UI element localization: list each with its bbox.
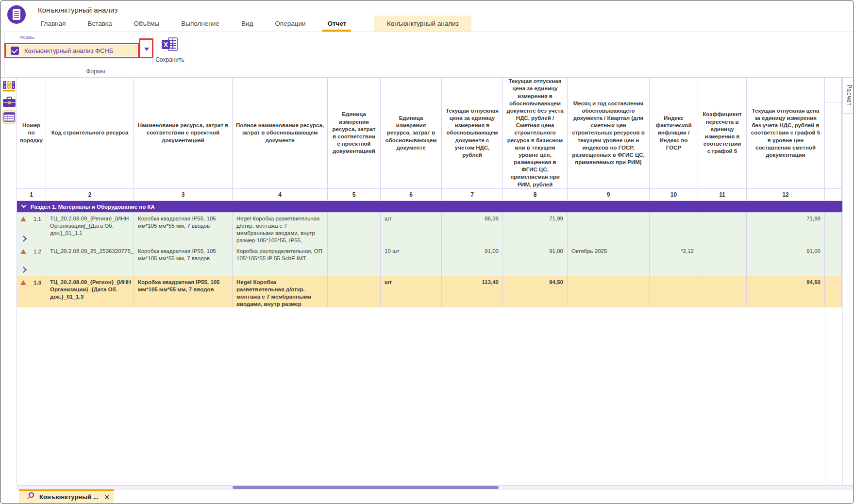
table-cell[interactable]: 86,39 [442,213,503,245]
table-cell[interactable]: *2,12 [650,245,698,276]
forms-select-value[interactable]: Конъюнктурный анализ ФСНБ [6,45,137,56]
table-cell[interactable] [650,276,698,307]
table-cell[interactable]: 71,99 [747,213,825,245]
column-number-6: 6 [381,189,442,201]
menu-item-5[interactable]: Операции [275,16,305,32]
tab-calculation[interactable]: Расчет [842,78,854,114]
document-tab[interactable]: Конъюнктурный ... × [19,489,114,503]
table-cell[interactable] [328,245,381,276]
row-number: 1.1 [33,216,41,223]
menu-item-report[interactable]: Отчет [327,16,346,32]
table-cell[interactable]: Hegel Коробка разветвительная д/откр. мо… [233,213,328,245]
table-row-1.2[interactable]: 1.2ТЦ_20.2.08.09_25_2536320775_22.10.202… [17,245,842,276]
warning-icon [20,280,26,285]
ribbon-menu: ГлавнаяВставкаОбъёмыВыполнениеВидОпераци… [41,16,471,32]
bottom-tab-bar: Конъюнктурный ... × [1,489,853,503]
column-number-10: 10 [650,189,698,201]
column-number-7: 7 [442,189,503,201]
page-title: Конъюнктурный анализ [38,6,117,14]
column-number-11: 11 [698,189,747,201]
table-cell[interactable]: ТЦ_20.2.08.09_25_2536320775_22.10.2025_0… [46,245,134,276]
table-cell[interactable]: Hegel Коробка разветвительная д/откр. мо… [233,276,328,307]
table-cell[interactable]: ТЦ_20.2.08.09_{Регион}_{ИНН Организации}… [46,213,134,245]
table-cell[interactable]: Коробка квадратная IP55, 105 мм*105 мм*5… [134,245,233,276]
excel-icon: X [161,37,179,54]
column-header-1: Номер по порядку [17,78,46,189]
chevron-down-icon [144,48,149,51]
horizontal-scrollbar[interactable] [17,485,854,489]
table-cell[interactable]: 91,00 [503,245,568,276]
binders-icon[interactable] [2,80,16,93]
column-number-extra [825,189,842,201]
table-cell[interactable]: 113,40 [442,276,503,307]
forms-checkbox-label[interactable]: Конъюнктурный анализ ФСНБ [24,47,113,54]
menu-item-1[interactable]: Вставка [87,16,112,32]
column-number-row: 123456789101112 [17,189,842,201]
column-number-8: 8 [503,189,568,201]
table-cell[interactable]: шт [381,276,442,307]
row-number: 1.2 [33,248,41,255]
table-cell-extra[interactable] [825,213,842,245]
table-cell[interactable]: 94,50 [503,276,568,307]
table-cell[interactable] [698,276,747,307]
column-header-7: Текущая отпускная цена за единицу измере… [442,78,503,189]
table-row-1.1[interactable]: 1.1ТЦ_20.2.08.09_{Регион}_{ИНН Организац… [17,213,842,245]
save-excel-button[interactable]: X Сохранить [155,37,184,67]
tab-conjuncture-analysis[interactable]: Конъюнктурный анализ [374,16,471,32]
magnifier-icon [27,492,35,502]
table-cell[interactable] [698,213,747,245]
briefcase-icon[interactable] [2,95,16,109]
table-cell[interactable] [698,245,747,276]
table-cell[interactable]: 91,00 [442,245,503,276]
forms-dropdown-button[interactable] [141,41,152,57]
table-cell[interactable]: Коробка квадратная IP55, 105 мм*105 мм*5… [134,213,233,245]
table-cell[interactable]: 10 шт [381,245,442,276]
warning-icon [20,217,26,221]
scrollbar-thumb[interactable] [233,486,499,489]
row-number-cell-1.3[interactable]: 1.3 [17,276,46,307]
menu-item-2[interactable]: Объёмы [134,16,160,32]
table-cell[interactable]: 91,00 [747,245,825,276]
table-row-1.3[interactable]: 1.3ТЦ_20.2.08.09_{Регион}_{ИНН Организац… [17,276,842,307]
table-cell[interactable]: Коробка распределительная, ОП 105*105*55… [233,245,328,276]
table-cell[interactable] [328,213,381,245]
table-cell[interactable] [568,276,650,307]
column-number-4: 4 [233,189,328,201]
table-cell[interactable]: 94,50 [747,276,825,307]
document-tab-label: Конъюнктурный ... [39,493,99,501]
table-cell-extra[interactable] [825,245,842,276]
column-number-1: 1 [17,189,46,201]
table-cell[interactable]: ТЦ_20.2.08.09_{Регион}_{ИНН Организации}… [46,276,134,307]
expand-chevron-icon[interactable] [20,235,27,242]
close-icon[interactable]: × [104,492,110,502]
table-cell[interactable]: шт [381,213,442,245]
row-number-cell-1.1[interactable]: 1.1 [17,213,46,245]
table-cell[interactable] [650,213,698,245]
table-cell[interactable]: 71,99 [503,213,568,245]
calculation-tab-label: Расчет [846,84,853,106]
menu-item-3[interactable]: Выполнение [181,16,219,32]
row-number-cell-1.2[interactable]: 1.2 [17,245,46,276]
table-cell-extra[interactable] [825,276,842,307]
table-cell[interactable] [328,276,381,307]
table-cell[interactable]: Октябрь 2025 [568,245,650,276]
grid-line [842,114,843,485]
row-number: 1.3 [33,279,41,286]
table-cell[interactable]: Коробка квадратная IP55, 105 мм*105 мм*5… [134,276,233,307]
column-header-10: Индекс фактической инфляции / Индекс по … [650,78,698,189]
column-header-11: Коэффициент пересчета в единицу измерени… [698,78,747,189]
save-button-label: Сохранить [155,56,184,63]
column-header-2: Код строительного ресурса [46,78,134,189]
column-number-3: 3 [134,189,233,201]
table-header-row: Номер по порядкуКод строительного ресурс… [17,78,842,189]
table-icon[interactable] [2,110,16,124]
chevron-down-icon [21,202,26,207]
checkbox-checked-icon[interactable] [11,47,19,55]
table-cell[interactable] [568,213,650,245]
menu-item-0[interactable]: Главная [41,16,66,32]
expand-chevron-icon[interactable] [20,267,27,273]
warning-icon [20,249,26,254]
menu-item-4[interactable]: Вид [241,16,253,32]
column-header-8: Текущая отпускная цена за единицу измере… [503,78,568,189]
section-row[interactable]: Раздел 1. Материалы и Оборудование по КА [17,201,842,213]
